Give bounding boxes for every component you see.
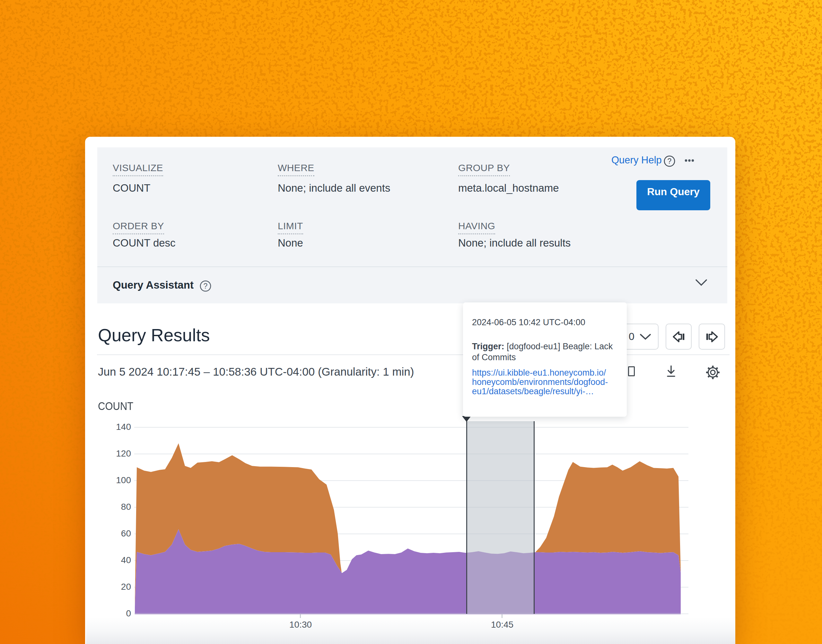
svg-text:?: ?: [204, 282, 208, 290]
svg-text:?: ?: [667, 157, 672, 165]
